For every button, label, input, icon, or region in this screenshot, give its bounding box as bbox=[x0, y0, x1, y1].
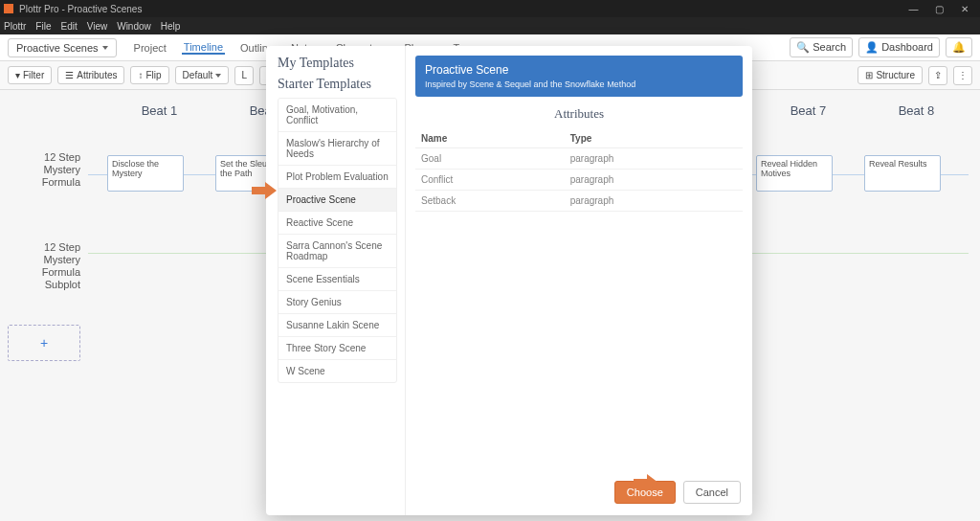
template-item[interactable]: W Scene bbox=[278, 360, 396, 382]
chevron-down-icon bbox=[102, 46, 108, 50]
scene-card[interactable]: Reveal Hidden Motives bbox=[756, 155, 833, 192]
tab-project[interactable]: Project bbox=[132, 42, 168, 54]
beat-label[interactable]: Beat 1 bbox=[105, 103, 213, 118]
notifications-button[interactable]: 🔔 bbox=[946, 37, 972, 57]
my-templates-heading: My Templates bbox=[278, 56, 405, 71]
search-button[interactable]: 🔍 Search bbox=[790, 37, 853, 57]
template-item[interactable]: Sarra Cannon's Scene Roadmap bbox=[278, 235, 396, 268]
table-row: Conflict paragraph bbox=[415, 170, 743, 191]
menu-file[interactable]: File bbox=[35, 21, 51, 32]
view-dropdown[interactable]: Default bbox=[175, 66, 230, 84]
template-list: Goal, Motivation, Conflict Maslow's Hier… bbox=[278, 98, 397, 383]
starter-templates-heading: Starter Templates bbox=[278, 77, 405, 92]
chevron-down-icon bbox=[215, 74, 221, 78]
menu-plottr[interactable]: Plottr bbox=[4, 21, 26, 32]
flip-button[interactable]: ↕Flip bbox=[130, 66, 168, 84]
maximize-icon[interactable]: ▢ bbox=[927, 4, 950, 14]
template-item[interactable]: Plot Problem Evaluation bbox=[278, 166, 396, 189]
table-row: Goal paragraph bbox=[415, 148, 743, 170]
template-item[interactable]: Three Story Scene bbox=[278, 337, 396, 360]
close-icon[interactable]: ✕ bbox=[953, 4, 976, 14]
scene-card[interactable]: Reveal Results bbox=[864, 155, 941, 192]
col-type: Type bbox=[565, 129, 743, 148]
minimize-icon[interactable]: — bbox=[902, 4, 924, 14]
template-modal: My Templates Starter Templates Goal, Mot… bbox=[266, 46, 752, 515]
template-item[interactable]: Goal, Motivation, Conflict bbox=[278, 99, 396, 132]
structure-icon: ⊞ bbox=[865, 70, 873, 80]
add-plotline-button[interactable]: + bbox=[8, 325, 80, 361]
filter-button[interactable]: ▾Filter bbox=[8, 66, 52, 84]
annotation-arrow-icon bbox=[634, 474, 658, 491]
attributes-heading: Attributes bbox=[415, 106, 743, 122]
project-dropdown[interactable]: Proactive Scenes bbox=[8, 38, 117, 57]
beat-label[interactable]: Beat 7 bbox=[754, 103, 862, 118]
export-button[interactable]: ⇪ bbox=[928, 66, 947, 85]
tab-timeline[interactable]: Timeline bbox=[182, 41, 225, 55]
filter-icon: ▾ bbox=[15, 70, 20, 80]
project-dropdown-label: Proactive Scenes bbox=[16, 42, 99, 54]
table-row: Setback paragraph bbox=[415, 191, 743, 212]
app-icon bbox=[4, 4, 13, 13]
menu-view[interactable]: View bbox=[87, 21, 108, 32]
track-label[interactable]: 12 Step Mystery Formula bbox=[0, 146, 88, 195]
menubar: Plottr File Edit View Window Help bbox=[0, 17, 980, 34]
beat-label[interactable]: Beat 8 bbox=[862, 103, 970, 118]
template-subtitle: Inspired by Scene & Sequel and the Snowf… bbox=[425, 79, 733, 89]
window-controls: — ▢ ✕ bbox=[902, 4, 976, 14]
template-item[interactable]: Proactive Scene bbox=[278, 189, 396, 212]
size-large[interactable]: L bbox=[234, 66, 254, 85]
track-label[interactable]: 12 Step Mystery Formula Subplot bbox=[0, 236, 88, 298]
template-item[interactable]: Susanne Lakin Scene bbox=[278, 314, 396, 337]
cancel-button[interactable]: Cancel bbox=[683, 481, 741, 504]
dashboard-button[interactable]: 👤 Dashboard bbox=[858, 37, 940, 57]
list-icon: ☰ bbox=[65, 70, 74, 80]
template-item[interactable]: Maslow's Hierarchy of Needs bbox=[278, 132, 396, 166]
menu-edit[interactable]: Edit bbox=[60, 21, 77, 32]
scene-card[interactable]: Disclose the Mystery bbox=[107, 155, 184, 192]
menu-help[interactable]: Help bbox=[161, 21, 181, 32]
attributes-table: Name Type Goal paragraph Conflict paragr… bbox=[415, 129, 743, 212]
col-name: Name bbox=[415, 129, 565, 148]
flip-icon: ↕ bbox=[138, 70, 143, 80]
annotation-arrow-icon bbox=[252, 182, 277, 199]
attributes-button[interactable]: ☰Attributes bbox=[57, 66, 124, 84]
template-item[interactable]: Reactive Scene bbox=[278, 212, 396, 235]
template-title: Proactive Scene bbox=[425, 63, 733, 77]
template-item[interactable]: Scene Essentials bbox=[278, 268, 396, 291]
structure-button[interactable]: ⊞ Structure bbox=[858, 66, 923, 84]
template-preview-header: Proactive Scene Inspired by Scene & Sequ… bbox=[415, 56, 743, 97]
menu-window[interactable]: Window bbox=[117, 21, 151, 32]
window-title: Plottr Pro - Proactive Scenes bbox=[19, 4, 142, 14]
template-item[interactable]: Story Genius bbox=[278, 291, 396, 314]
more-button[interactable]: ⋮ bbox=[953, 66, 972, 85]
